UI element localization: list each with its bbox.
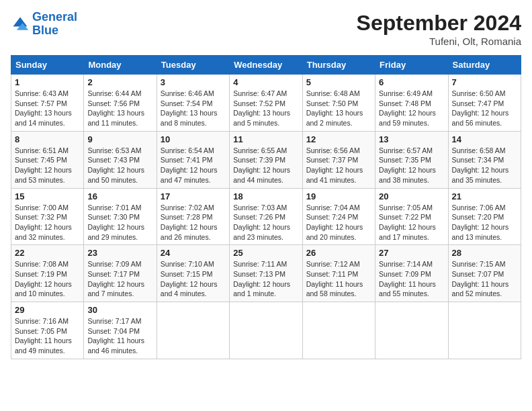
day-info: Sunrise: 6:51 AM Sunset: 7:45 PM Dayligh…	[15, 146, 80, 185]
day-info: Sunrise: 6:58 AM Sunset: 7:34 PM Dayligh…	[452, 146, 517, 185]
day-info: Sunrise: 7:09 AM Sunset: 7:17 PM Dayligh…	[87, 259, 152, 299]
day-info: Sunrise: 7:12 AM Sunset: 7:11 PM Dayligh…	[306, 259, 371, 299]
table-row: 3 Sunrise: 6:46 AM Sunset: 7:54 PM Dayli…	[157, 75, 229, 132]
table-row: 25 Sunrise: 7:11 AM Sunset: 7:13 PM Dayl…	[230, 245, 302, 302]
day-number: 9	[87, 134, 152, 144]
day-number: 19	[306, 191, 371, 201]
logo: General Blue	[11, 11, 77, 38]
day-number: 20	[379, 191, 444, 201]
day-number: 7	[452, 77, 517, 87]
day-number: 8	[15, 134, 80, 144]
day-number: 24	[161, 248, 226, 258]
table-row	[448, 302, 521, 359]
day-info: Sunrise: 7:03 AM Sunset: 7:26 PM Dayligh…	[233, 203, 298, 242]
calendar-table: Sunday Monday Tuesday Wednesday Thursday…	[11, 55, 521, 359]
calendar-header-row: Sunday Monday Tuesday Wednesday Thursday…	[11, 56, 521, 75]
table-row: 14 Sunrise: 6:58 AM Sunset: 7:34 PM Dayl…	[448, 131, 521, 188]
table-row: 7 Sunrise: 6:50 AM Sunset: 7:47 PM Dayli…	[448, 75, 521, 132]
day-number: 4	[233, 77, 298, 87]
day-number: 22	[15, 248, 80, 258]
table-row: 10 Sunrise: 6:54 AM Sunset: 7:41 PM Dayl…	[157, 131, 229, 188]
day-number: 3	[161, 77, 226, 87]
day-info: Sunrise: 7:00 AM Sunset: 7:32 PM Dayligh…	[15, 203, 80, 242]
day-number: 29	[15, 305, 80, 315]
day-number: 6	[379, 77, 444, 87]
col-friday: Friday	[375, 56, 448, 75]
table-row	[302, 302, 375, 359]
day-number: 28	[452, 248, 517, 258]
day-info: Sunrise: 6:57 AM Sunset: 7:35 PM Dayligh…	[379, 146, 444, 185]
table-row: 26 Sunrise: 7:12 AM Sunset: 7:11 PM Dayl…	[302, 245, 375, 302]
day-number: 16	[87, 191, 152, 201]
col-thursday: Thursday	[302, 56, 375, 75]
table-row: 29 Sunrise: 7:16 AM Sunset: 7:05 PM Dayl…	[11, 302, 84, 359]
day-number: 26	[306, 248, 371, 258]
day-info: Sunrise: 7:11 AM Sunset: 7:13 PM Dayligh…	[233, 259, 298, 299]
table-row: 18 Sunrise: 7:03 AM Sunset: 7:26 PM Dayl…	[230, 188, 302, 245]
table-row: 23 Sunrise: 7:09 AM Sunset: 7:17 PM Dayl…	[84, 245, 157, 302]
table-row: 27 Sunrise: 7:14 AM Sunset: 7:09 PM Dayl…	[375, 245, 448, 302]
col-monday: Monday	[84, 56, 157, 75]
table-row: 13 Sunrise: 6:57 AM Sunset: 7:35 PM Dayl…	[375, 131, 448, 188]
table-row: 9 Sunrise: 6:53 AM Sunset: 7:43 PM Dayli…	[84, 131, 157, 188]
day-info: Sunrise: 7:05 AM Sunset: 7:22 PM Dayligh…	[379, 203, 444, 242]
table-row: 5 Sunrise: 6:48 AM Sunset: 7:50 PM Dayli…	[302, 75, 375, 132]
col-tuesday: Tuesday	[157, 56, 229, 75]
day-info: Sunrise: 6:46 AM Sunset: 7:54 PM Dayligh…	[161, 89, 226, 128]
col-sunday: Sunday	[11, 56, 84, 75]
table-row: 12 Sunrise: 6:56 AM Sunset: 7:37 PM Dayl…	[302, 131, 375, 188]
day-info: Sunrise: 7:16 AM Sunset: 7:05 PM Dayligh…	[15, 316, 80, 356]
logo-icon	[11, 15, 30, 34]
day-number: 30	[87, 305, 152, 315]
day-info: Sunrise: 6:54 AM Sunset: 7:41 PM Dayligh…	[161, 146, 226, 185]
table-row: 22 Sunrise: 7:08 AM Sunset: 7:19 PM Dayl…	[11, 245, 84, 302]
day-number: 27	[379, 248, 444, 258]
day-info: Sunrise: 6:53 AM Sunset: 7:43 PM Dayligh…	[87, 146, 152, 185]
day-info: Sunrise: 7:10 AM Sunset: 7:15 PM Dayligh…	[161, 259, 226, 299]
table-row: 16 Sunrise: 7:01 AM Sunset: 7:30 PM Dayl…	[84, 188, 157, 245]
table-row: 19 Sunrise: 7:04 AM Sunset: 7:24 PM Dayl…	[302, 188, 375, 245]
calendar-week-row: 8 Sunrise: 6:51 AM Sunset: 7:45 PM Dayli…	[11, 131, 521, 188]
table-row: 24 Sunrise: 7:10 AM Sunset: 7:15 PM Dayl…	[157, 245, 229, 302]
day-number: 5	[306, 77, 371, 87]
table-row: 8 Sunrise: 6:51 AM Sunset: 7:45 PM Dayli…	[11, 131, 84, 188]
day-number: 18	[233, 191, 298, 201]
table-row	[375, 302, 448, 359]
day-number: 12	[306, 134, 371, 144]
day-info: Sunrise: 6:50 AM Sunset: 7:47 PM Dayligh…	[452, 89, 517, 128]
day-number: 14	[452, 134, 517, 144]
day-number: 11	[233, 134, 298, 144]
col-saturday: Saturday	[448, 56, 521, 75]
day-number: 1	[15, 77, 80, 87]
day-info: Sunrise: 6:47 AM Sunset: 7:52 PM Dayligh…	[233, 89, 298, 128]
table-row: 6 Sunrise: 6:49 AM Sunset: 7:48 PM Dayli…	[375, 75, 448, 132]
svg-marker-0	[13, 17, 28, 26]
day-info: Sunrise: 6:49 AM Sunset: 7:48 PM Dayligh…	[379, 89, 444, 128]
day-info: Sunrise: 7:14 AM Sunset: 7:09 PM Dayligh…	[379, 259, 444, 299]
col-wednesday: Wednesday	[230, 56, 302, 75]
day-number: 23	[87, 248, 152, 258]
day-number: 2	[87, 77, 152, 87]
table-row: 1 Sunrise: 6:43 AM Sunset: 7:57 PM Dayli…	[11, 75, 84, 132]
day-number: 15	[15, 191, 80, 201]
table-row: 30 Sunrise: 7:17 AM Sunset: 7:04 PM Dayl…	[84, 302, 157, 359]
day-number: 25	[233, 248, 298, 258]
table-row: 4 Sunrise: 6:47 AM Sunset: 7:52 PM Dayli…	[230, 75, 302, 132]
calendar-week-row: 22 Sunrise: 7:08 AM Sunset: 7:19 PM Dayl…	[11, 245, 521, 302]
day-number: 17	[161, 191, 226, 201]
table-row	[157, 302, 229, 359]
table-row: 21 Sunrise: 7:06 AM Sunset: 7:20 PM Dayl…	[448, 188, 521, 245]
table-row: 17 Sunrise: 7:02 AM Sunset: 7:28 PM Dayl…	[157, 188, 229, 245]
day-number: 21	[452, 191, 517, 201]
day-number: 13	[379, 134, 444, 144]
day-info: Sunrise: 6:55 AM Sunset: 7:39 PM Dayligh…	[233, 146, 298, 185]
location: Tufeni, Olt, Romania	[357, 36, 521, 47]
day-info: Sunrise: 7:04 AM Sunset: 7:24 PM Dayligh…	[306, 203, 371, 242]
table-row: 2 Sunrise: 6:44 AM Sunset: 7:56 PM Dayli…	[84, 75, 157, 132]
table-row: 20 Sunrise: 7:05 AM Sunset: 7:22 PM Dayl…	[375, 188, 448, 245]
day-number: 10	[161, 134, 226, 144]
calendar-week-row: 15 Sunrise: 7:00 AM Sunset: 7:32 PM Dayl…	[11, 188, 521, 245]
table-row	[230, 302, 302, 359]
calendar-week-row: 1 Sunrise: 6:43 AM Sunset: 7:57 PM Dayli…	[11, 75, 521, 132]
table-row: 15 Sunrise: 7:00 AM Sunset: 7:32 PM Dayl…	[11, 188, 84, 245]
